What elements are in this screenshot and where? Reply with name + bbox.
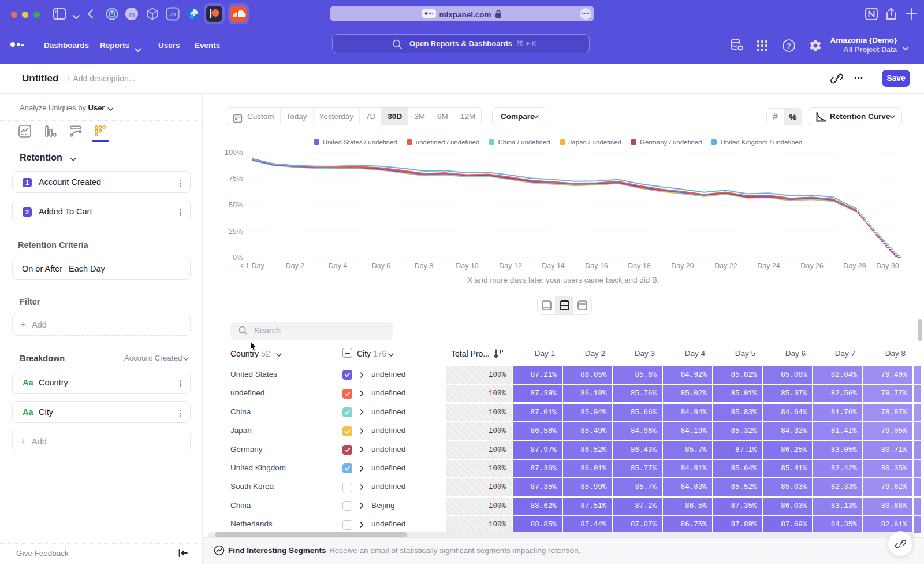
svg-text:m: m — [129, 10, 135, 18]
svg-text:JS: JS — [169, 11, 176, 17]
